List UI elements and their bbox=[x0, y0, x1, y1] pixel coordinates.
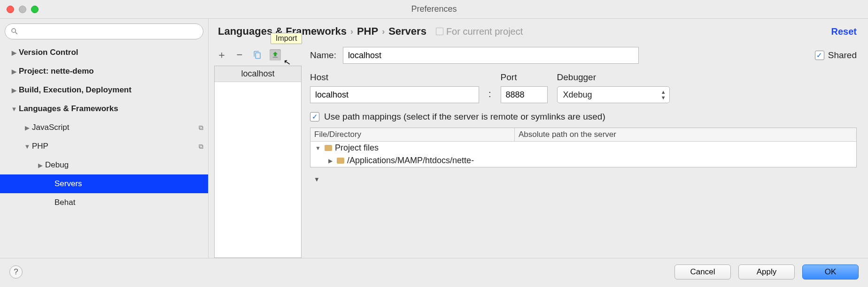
select-arrows-icon: ▲▼ bbox=[661, 89, 666, 100]
window-title: Preferences bbox=[411, 4, 457, 14]
tree-label: Build, Execution, Deployment bbox=[19, 85, 203, 95]
mapping-path-label: /Applications/MAMP/htdocs/nette- bbox=[347, 156, 474, 166]
tree-label: PHP bbox=[32, 142, 199, 151]
shared-checkbox[interactable]: ✓ Shared bbox=[815, 50, 857, 60]
mappings-checkbox[interactable]: ✓ Use path mappings (select if the serve… bbox=[310, 112, 857, 122]
ok-button[interactable]: OK bbox=[802, 264, 859, 279]
import-icon bbox=[271, 51, 279, 59]
sidebar: ▶ Version Control ▶ Project: nette-demo … bbox=[0, 19, 209, 258]
chevron-right-icon: ▶ bbox=[326, 158, 334, 164]
help-button[interactable]: ? bbox=[9, 265, 23, 279]
tree-label: JavaScript bbox=[32, 123, 199, 132]
col-file-directory[interactable]: File/Directory bbox=[310, 128, 515, 141]
scope-label: For current project bbox=[436, 26, 523, 37]
import-tooltip: Import bbox=[271, 33, 302, 44]
port-label: Port bbox=[501, 72, 548, 83]
tree-item-php[interactable]: ▼ PHP ⧉ bbox=[0, 137, 208, 156]
tree-label: Behat bbox=[54, 198, 203, 207]
mapping-table-header: File/Directory Absolute path on the serv… bbox=[310, 128, 856, 142]
project-scope-icon bbox=[436, 28, 443, 35]
tree-item-servers[interactable]: Servers bbox=[0, 174, 208, 193]
add-button[interactable]: ＋ bbox=[216, 49, 227, 60]
tree-item-behat[interactable]: Behat bbox=[0, 193, 208, 212]
minimize-window-icon[interactable] bbox=[19, 6, 26, 13]
chevron-down-icon: ▼ bbox=[314, 145, 322, 151]
server-list-panel: Import ＋ − ↖ localhost bbox=[214, 47, 302, 258]
chevron-right-icon: ▶ bbox=[9, 87, 19, 94]
mapping-row-path[interactable]: ▶ /Applications/MAMP/htdocs/nette- bbox=[310, 154, 856, 167]
import-button[interactable] bbox=[270, 49, 281, 60]
tree-label: Languages & Frameworks bbox=[19, 104, 203, 113]
shared-label: Shared bbox=[828, 50, 857, 60]
server-toolbar: Import ＋ − ↖ bbox=[214, 47, 302, 63]
server-form: Name: ✓ Shared Host : Port bbox=[310, 47, 857, 258]
mapping-root-label: Project files bbox=[335, 143, 379, 153]
copy-icon bbox=[253, 51, 262, 59]
debugger-select[interactable]: Xdebug ▲▼ bbox=[557, 86, 670, 103]
search-icon bbox=[10, 27, 19, 36]
tree-label: Version Control bbox=[19, 48, 203, 57]
window-controls bbox=[7, 6, 39, 13]
tree-item-javascript[interactable]: ▶ JavaScript ⧉ bbox=[0, 118, 208, 137]
checkbox-icon: ✓ bbox=[310, 112, 319, 121]
tree-label: Project: nette-demo bbox=[19, 67, 203, 76]
close-window-icon[interactable] bbox=[7, 6, 14, 13]
debugger-value: Xdebug bbox=[557, 86, 670, 103]
col-absolute-path[interactable]: Absolute path on the server bbox=[515, 128, 856, 141]
reset-link[interactable]: Reset bbox=[831, 26, 857, 37]
main-panel: Languages & Frameworks › PHP › Servers F… bbox=[209, 19, 868, 258]
folder-icon bbox=[337, 158, 344, 164]
port-input[interactable] bbox=[501, 86, 548, 103]
copy-icon: ⧉ bbox=[199, 143, 203, 151]
chevron-right-icon: ▶ bbox=[23, 124, 32, 131]
apply-button[interactable]: Apply bbox=[738, 264, 795, 279]
mapping-row-root[interactable]: ▼ Project files bbox=[310, 142, 856, 154]
host-label: Host bbox=[310, 72, 479, 83]
cancel-button[interactable]: Cancel bbox=[674, 264, 731, 279]
zoom-window-icon[interactable] bbox=[31, 6, 39, 13]
tree-item-version-control[interactable]: ▶ Version Control bbox=[0, 43, 208, 62]
checkbox-icon: ✓ bbox=[815, 51, 824, 60]
chevron-down-icon: ▼ bbox=[23, 143, 32, 150]
chevron-right-icon: ▶ bbox=[36, 162, 45, 169]
sidebar-tree: ▶ Version Control ▶ Project: nette-demo … bbox=[0, 43, 208, 258]
name-input[interactable] bbox=[343, 47, 639, 64]
breadcrumb: Languages & Frameworks › PHP › Servers F… bbox=[214, 25, 857, 38]
tree-item-build[interactable]: ▶ Build, Execution, Deployment bbox=[0, 81, 208, 99]
name-label: Name: bbox=[310, 50, 336, 60]
breadcrumb-part[interactable]: PHP bbox=[357, 25, 378, 38]
copy-button[interactable] bbox=[252, 49, 263, 60]
copy-icon: ⧉ bbox=[199, 124, 203, 132]
debugger-label: Debugger bbox=[557, 72, 670, 83]
chevron-right-icon: ▶ bbox=[9, 68, 19, 75]
tree-label: Debug bbox=[45, 160, 203, 170]
scope-text: For current project bbox=[446, 26, 523, 37]
host-input[interactable] bbox=[310, 86, 479, 103]
server-list[interactable]: localhost bbox=[214, 66, 302, 258]
tree-item-project[interactable]: ▶ Project: nette-demo bbox=[0, 62, 208, 81]
chevron-down-icon: ▼ bbox=[9, 106, 19, 113]
tree-item-debug[interactable]: ▶ Debug bbox=[0, 156, 208, 174]
search-input[interactable] bbox=[5, 23, 203, 39]
colon: : bbox=[488, 89, 491, 103]
mapping-table: File/Directory Absolute path on the serv… bbox=[310, 128, 857, 167]
breadcrumb-part[interactable]: Servers bbox=[388, 25, 426, 38]
tree-item-languages[interactable]: ▼ Languages & Frameworks bbox=[0, 99, 208, 118]
folder-icon bbox=[325, 145, 332, 151]
remove-button[interactable]: − bbox=[234, 49, 245, 60]
chevron-right-icon: ▶ bbox=[9, 49, 19, 56]
cursor-icon: ↖ bbox=[283, 57, 292, 68]
dialog-button-bar: ? Cancel Apply OK bbox=[0, 258, 868, 285]
expand-footer-icon[interactable]: ▼ bbox=[310, 176, 857, 183]
breadcrumb-sep-icon: › bbox=[350, 27, 353, 37]
window-titlebar: Preferences bbox=[0, 0, 868, 19]
breadcrumb-sep-icon: › bbox=[382, 27, 385, 37]
server-item[interactable]: localhost bbox=[215, 66, 301, 82]
tree-label: Servers bbox=[54, 179, 203, 189]
mappings-label: Use path mappings (select if the server … bbox=[324, 112, 605, 122]
